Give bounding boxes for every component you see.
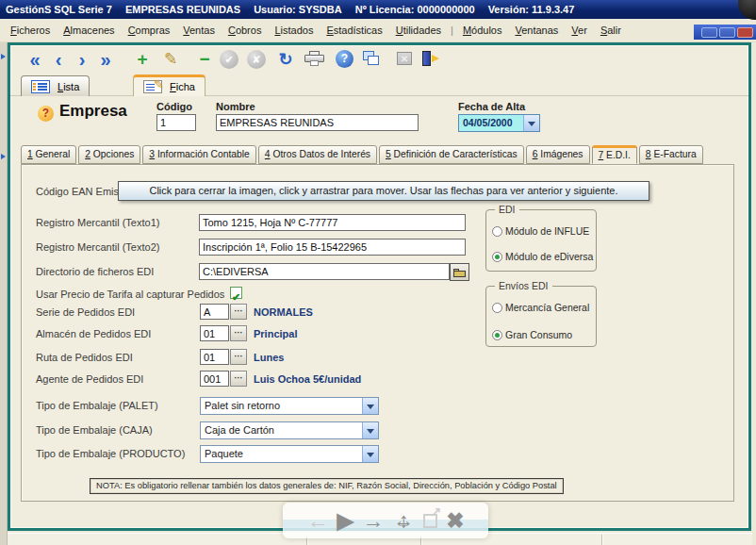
left-scroll-gutter[interactable] [0,42,8,545]
tab-general[interactable]: 1 General [21,145,76,164]
company-name: EMPRESAS REUNIDAS [125,4,240,15]
page-title: Empresa [59,102,127,121]
last-record-button[interactable]: » [94,47,117,72]
tab-imagenes[interactable]: 6 Imágenes [526,145,590,164]
cancel-button[interactable]: ✘ [247,50,266,69]
print-button[interactable] [304,51,325,68]
serie-pedidos-desc: NORMALES [254,306,313,318]
agente-pedidos-desc: Luis Ochoa 5€/unidad [254,373,361,385]
fecha-alta-combo[interactable]: 04/05/2000 [458,114,540,132]
title-bar: GestiónS SQL Serie 7EMPRESAS REUNIDASUsu… [0,0,756,19]
chevron-down-icon[interactable] [362,446,378,462]
embalaje-palet-select[interactable]: Palet sin retorno [200,397,379,415]
delete-record-button[interactable]: − [193,47,216,72]
edit-record-button[interactable]: ✎ [159,47,182,72]
chevron-down-icon[interactable] [362,398,378,414]
menu-ventas[interactable]: Ventas [176,24,222,37]
tab-definicion-caracteristicas[interactable]: 5 Definición de Características [379,145,524,164]
mdi-child-window: « ‹ › » + ✎ − ✔ ✘ ↻ ? ✕ Lista ✎ Ficha ? … [8,42,751,531]
radio-selected-icon[interactable] [492,252,502,262]
agente-pedidos-label: Agente de Pedidos EDI [36,373,143,385]
serie-pedidos-input[interactable] [200,304,229,320]
accept-button[interactable]: ✔ [220,50,238,69]
usar-tarifa-label: Usar Precio de Tarifa al capturar Pedido… [36,289,224,300]
menu-estadisticas[interactable]: Estadísticas [320,24,388,37]
tab-informacion-contable[interactable]: 3 Información Contable [142,145,255,164]
help-button[interactable]: ? [336,50,353,68]
minimize-button[interactable] [701,27,717,38]
codigo-input[interactable] [156,114,196,131]
radio-icon[interactable] [492,303,502,313]
play-icon[interactable]: ▶ [337,504,354,537]
radio-icon[interactable] [492,226,502,237]
menu-compras[interactable]: Compras [122,24,177,37]
radio-selected-icon[interactable] [492,330,502,340]
usar-tarifa-checkbox[interactable]: ✔ [230,287,242,299]
menu-cobros[interactable]: Cobros [222,24,268,37]
move-icon[interactable]: ↔ ↕ [392,504,415,537]
ruta-pedidos-desc: Lunes [254,352,284,363]
menu-utilidades[interactable]: Utilidades [389,24,448,37]
registro-mercantil1-input[interactable] [199,214,466,231]
directorio-edi-input[interactable] [199,263,450,280]
almacen-lookup-button[interactable]: ··· [230,325,247,341]
almacen-pedidos-desc: Principal [254,328,297,339]
nombre-input[interactable] [216,114,419,131]
almacen-pedidos-input[interactable] [200,325,229,341]
ruta-lookup-button[interactable]: ··· [230,349,247,365]
serie-lookup-button[interactable]: ··· [230,304,247,320]
help-badge-icon: ? [38,106,54,122]
check-icon: ✔ [232,291,240,303]
refresh-button[interactable]: ↻ [274,47,297,72]
menu-ficheros[interactable]: Ficheros [4,24,57,37]
close-button[interactable] [737,27,753,38]
export-excel-button[interactable]: ✕ [397,52,412,65]
tab-efactura[interactable]: 8 E-Factura [639,145,703,164]
agente-lookup-button[interactable]: ··· [230,371,247,387]
menu-ver[interactable]: Ver [565,24,594,37]
tab-edi[interactable]: 7 E.D.I. [592,145,637,164]
next-image-icon[interactable]: → [362,504,384,537]
radio-gran-consumo[interactable]: Gran Consumo [492,329,572,340]
radio-modulo-ediversa[interactable]: Módulo de eDiversa [492,251,593,262]
exit-button[interactable] [421,51,440,66]
next-record-button[interactable]: › [71,47,93,72]
serie-pedidos-label: Serie de Pedidos EDI [36,306,135,318]
menu-ventanas[interactable]: Ventanas [508,24,565,37]
registro-mercantil2-label: Registro Mercantil (Texto2) [36,241,159,253]
menu-listados[interactable]: Listados [268,24,320,37]
note-box: NOTA: Es obligatorio rellenar también lo… [90,478,564,494]
gutter-arrow-icon[interactable] [1,154,6,159]
previous-image-icon[interactable]: ← [307,504,329,537]
image-viewer-toolbar: ← ▶ → ↔ ↕ ↗ ✖ [283,503,488,538]
almacen-pedidos-label: Almacén de Pedidos EDI [36,328,151,339]
ruta-pedidos-input[interactable] [200,349,229,365]
gutter-arrow-icon[interactable] [1,54,6,59]
windows-button[interactable] [363,51,382,67]
first-record-button[interactable]: « [24,47,46,72]
close-image-icon[interactable]: ✖ [446,504,464,537]
tab-lista[interactable]: Lista [21,75,90,96]
tab-otros-datos[interactable]: 4 Otros Datos de Interés [258,145,377,164]
embalaje-caja-select[interactable]: Caja de Cartón [200,421,379,439]
tab-opciones[interactable]: 2 Opciones [78,145,140,164]
embalaje-producto-select[interactable]: Paquete [200,445,379,463]
radio-mercancia-general[interactable]: Mercancía General [492,302,589,313]
registro-mercantil2-input[interactable] [199,239,466,256]
tab-lista-label: Lista [58,81,79,92]
agente-pedidos-input[interactable] [200,371,229,387]
application-window: GestiónS SQL Serie 7EMPRESAS REUNIDASUsu… [0,0,756,545]
tab-ficha[interactable]: ✎ Ficha [133,74,205,96]
app-title: GestiónS SQL Serie 7 [6,4,112,15]
menu-almacenes[interactable]: Almacenes [57,24,121,37]
restore-button[interactable] [719,27,735,38]
menu-modulos[interactable]: Módulos [456,24,509,37]
chevron-down-icon[interactable] [523,115,539,131]
menu-salir[interactable]: Salir [594,24,628,37]
resize-icon[interactable]: ↗ [423,514,437,528]
browse-folder-button[interactable] [450,263,469,281]
add-record-button[interactable]: + [131,47,154,72]
chevron-down-icon[interactable] [362,422,378,438]
radio-modulo-influe[interactable]: Módulo de INFLUE [492,225,589,237]
previous-record-button[interactable]: ‹ [47,47,70,72]
